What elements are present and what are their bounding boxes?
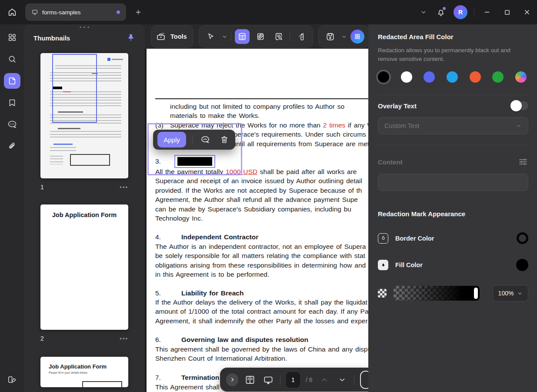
- sidebar-item-attachments[interactable]: [4, 138, 20, 154]
- thumbnail-menu-button[interactable]: •••: [120, 184, 128, 191]
- sidebar-item-bookmarks[interactable]: [4, 95, 20, 111]
- doc-line: be solely responsible for all matters re…: [155, 251, 368, 260]
- sidebar-item-thumbnails[interactable]: [4, 73, 20, 89]
- redaction-settings-panel: Redacted Area Fill Color Redaction allow…: [368, 24, 537, 392]
- fill-color-swatches: [378, 71, 528, 83]
- sidebar-item-signature[interactable]: [4, 372, 20, 388]
- redaction-pattern-button[interactable]: [253, 29, 268, 44]
- spray-bottle-icon: [296, 32, 306, 41]
- delete-button[interactable]: [218, 133, 231, 146]
- thumbnail-page-2[interactable]: Job Application Form: [40, 204, 128, 330]
- add-comment-button[interactable]: [199, 133, 212, 146]
- section-heading: 6.Governing law and disputes resolution: [155, 335, 368, 344]
- redaction-popup-toolbar: Apply: [153, 130, 235, 150]
- page-number-input[interactable]: 1: [286, 372, 300, 388]
- sanitize-button[interactable]: [294, 29, 308, 44]
- close-button[interactable]: [517, 0, 537, 24]
- doc-line: amount of 1/1000 of the total contract a…: [155, 307, 368, 316]
- search-redact-button[interactable]: [271, 29, 286, 44]
- select-tool-button[interactable]: [203, 29, 218, 44]
- panel-title: Thumbnails: [33, 34, 127, 42]
- avatar[interactable]: R: [454, 5, 467, 19]
- doc-line: provided. If the Works are not accepted …: [155, 186, 368, 195]
- page-layout-button[interactable]: [244, 373, 256, 386]
- thumbnail-page-subtitle: Please fill in your details below.: [40, 370, 128, 374]
- presentation-mode-button[interactable]: [262, 373, 274, 386]
- home-button[interactable]: [3, 3, 21, 21]
- presenter-icon: [263, 374, 274, 385]
- doc-line: Technology Inc.: [155, 214, 368, 223]
- save-button[interactable]: [323, 29, 338, 44]
- divider: [280, 375, 280, 385]
- border-color-swatch[interactable]: [517, 232, 528, 244]
- opacity-slider-handle[interactable]: [474, 288, 478, 299]
- next-page-button[interactable]: [336, 373, 348, 386]
- trash-icon: [220, 135, 229, 144]
- maximize-icon: [504, 10, 510, 15]
- chevron-down-icon[interactable]: [341, 34, 347, 40]
- minimize-button[interactable]: [477, 0, 497, 24]
- page-rule: [155, 98, 368, 99]
- swatch-black[interactable]: [378, 71, 389, 83]
- pin-icon[interactable]: [127, 33, 135, 43]
- new-tab-button[interactable]: [131, 5, 145, 19]
- minimize-icon: [484, 9, 490, 15]
- swatch-blue[interactable]: [447, 71, 458, 83]
- sidebar-item-comments[interactable]: [4, 117, 20, 132]
- menu-chevron-button[interactable]: [415, 3, 432, 21]
- thumbnail-logo: [107, 58, 123, 61]
- hatched-square-icon: [256, 32, 265, 41]
- main-toolbar: Tools: [145, 24, 368, 49]
- ai-assistant-button[interactable]: [350, 30, 364, 44]
- opacity-dropdown[interactable]: 100%: [493, 285, 528, 302]
- sidebar-item-apps[interactable]: [4, 30, 20, 45]
- previous-page-button[interactable]: [318, 373, 330, 386]
- thumbnail-page-3[interactable]: Job Application Form Please fill in your…: [40, 357, 128, 387]
- page-navigation-bar: 1 / 6: [220, 368, 368, 392]
- thumbnail-text-lines: [50, 147, 76, 152]
- overlay-text-label: Overlay Text: [378, 102, 417, 110]
- viewport-indicator[interactable]: [52, 54, 97, 123]
- toolbox-icon: [156, 31, 166, 42]
- paperclip-icon: [7, 141, 17, 151]
- monitor-icon: [31, 9, 38, 16]
- doc-line: The Author is an independent contractor,…: [155, 242, 368, 251]
- swatch-green[interactable]: [492, 71, 504, 83]
- tools-group[interactable]: Tools: [151, 25, 193, 48]
- grid-icon: [7, 33, 17, 42]
- swatch-custom-color-picker[interactable]: [515, 71, 527, 83]
- redact-area-tool-button[interactable]: [235, 29, 250, 44]
- doc-line: If the Author delays the delivery of the…: [155, 298, 368, 307]
- book-icon: [244, 374, 256, 385]
- thumbnail-link-text: [53, 144, 73, 145]
- appearance-title: Redaction Mark Appearance: [378, 210, 528, 218]
- border-color-icon: [378, 233, 388, 244]
- apply-button[interactable]: Apply: [157, 132, 186, 147]
- text-format-settings-icon[interactable]: [518, 157, 528, 167]
- swatch-purple[interactable]: [424, 71, 435, 83]
- sidebar-item-search[interactable]: [4, 51, 20, 67]
- maximize-button[interactable]: [497, 0, 517, 24]
- expand-nav-button[interactable]: [226, 373, 238, 386]
- overlay-text-toggle[interactable]: [510, 101, 528, 110]
- fill-color-swatch[interactable]: [516, 259, 528, 271]
- thumbnail-text-lines: [50, 131, 121, 139]
- thumbnail-page-title: Job Application Form: [40, 204, 128, 218]
- notifications-button[interactable]: [432, 3, 450, 21]
- thumbnail-page-1[interactable]: [40, 53, 128, 178]
- panel-drag-handle[interactable]: [80, 27, 89, 28]
- thumbnail-menu-button[interactable]: •••: [120, 335, 128, 342]
- thumbnail-number: 2: [40, 335, 44, 342]
- chevron-down-icon[interactable]: [222, 34, 227, 40]
- divider: [474, 7, 474, 17]
- document-tab[interactable]: forms-samples: [25, 3, 126, 21]
- zoom-control-partial[interactable]: [360, 371, 368, 389]
- chevron-up-icon: [320, 376, 328, 384]
- opacity-slider[interactable]: [394, 286, 480, 301]
- swatch-white[interactable]: [401, 71, 412, 83]
- document-page[interactable]: including but not limited to company pro…: [145, 49, 368, 392]
- plus-icon: [134, 8, 142, 16]
- overlay-text-dropdown[interactable]: Custom Text: [378, 117, 528, 134]
- swatch-orange[interactable]: [470, 71, 481, 83]
- content-input[interactable]: [378, 174, 528, 191]
